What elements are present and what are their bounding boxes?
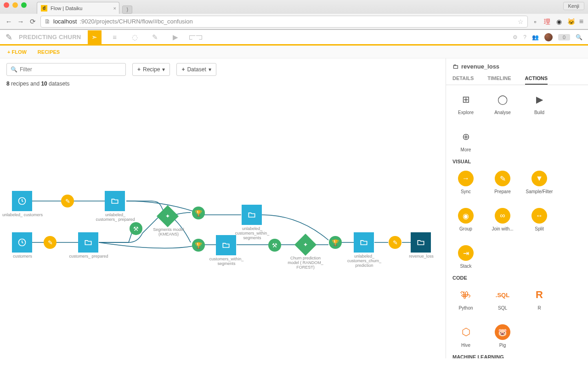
extension-icon-3[interactable]: ◉	[555, 18, 563, 25]
new-tab-button[interactable]: ⟩	[122, 6, 132, 14]
recipe-group[interactable]: ◉Group	[454, 208, 477, 231]
nav-reload-icon[interactable]: ⟳	[28, 17, 37, 26]
recipe-split[interactable]: ↔Split	[528, 208, 551, 231]
sql-icon: .SQL	[495, 287, 510, 303]
dataset-unlabeled-customers[interactable]	[12, 191, 32, 211]
tab-timeline[interactable]: TIMELINE	[487, 73, 511, 85]
subnav-flow[interactable]: + FLOW	[7, 49, 27, 55]
dataset-unlabeled-prepared[interactable]	[105, 191, 125, 211]
app-header: ✎ PREDICTING CHURN ➣ ≡ ◌ ✎ ▶ ⫍⫎ ⚙ ? 👥 0 …	[0, 30, 588, 46]
nav-dashboards-icon[interactable]: ⫍⫎	[189, 30, 203, 44]
browser-chrome: Kenji d Flow | Dataiku × ⟩ ← → ⟳ 🗎 local…	[0, 0, 588, 30]
recipe-score-2[interactable]: 🏆	[192, 239, 205, 252]
nav-forward-icon[interactable]: →	[17, 17, 25, 25]
dataset-customers[interactable]	[12, 232, 32, 253]
tab-close-icon[interactable]: ×	[113, 6, 116, 11]
recipe-stack[interactable]: ⇥Stack	[454, 245, 477, 269]
extension-icon-4[interactable]: 🐱	[567, 18, 575, 25]
arrow-right-icon: →	[458, 171, 474, 186]
recipe-prepare-1[interactable]: ✎	[61, 195, 74, 207]
settings-gear-icon[interactable]: ⚙	[513, 34, 518, 40]
nav-back-icon[interactable]: ←	[5, 17, 13, 25]
tab-actions[interactable]: ACTIONS	[525, 73, 548, 85]
help-icon[interactable]: ?	[523, 34, 526, 40]
dataset-label: unlabeled_ customers_within_ segments	[232, 227, 273, 241]
nav-jobs-icon[interactable]: ▶	[169, 30, 182, 44]
action-more[interactable]: ⊕More	[454, 129, 477, 152]
address-bar[interactable]: 🗎 localhost:9020/projects/CHURN/flow/#bc…	[40, 16, 528, 28]
recipe-sql[interactable]: .SQLSQL	[491, 287, 514, 310]
search-icon[interactable]: 🔍	[576, 34, 582, 40]
folder-icon: 🗀	[452, 63, 458, 70]
tab-details[interactable]: DETAILS	[452, 73, 474, 85]
recipe-join[interactable]: ∞Join with...	[491, 208, 514, 231]
grid-icon: ⊞	[458, 92, 474, 107]
nav-notebooks-icon[interactable]: ✎	[148, 30, 162, 44]
dataset-customers-prepared[interactable]	[78, 232, 98, 253]
model-label: Segments model (KMEANS)	[148, 228, 189, 237]
url-host: localhost	[53, 18, 77, 25]
recipe-prepare[interactable]: ✎Prepare	[491, 171, 514, 194]
user-avatar[interactable]	[544, 33, 553, 41]
recipe-score-1[interactable]: 🏆	[192, 207, 205, 219]
recipe-prepare-2[interactable]: ✎	[44, 236, 57, 249]
dataset-within-segments[interactable]	[216, 235, 236, 255]
funnel-icon: ▼	[531, 171, 547, 186]
pig-icon: 🐷	[495, 324, 510, 340]
recipe-r[interactable]: RR	[528, 287, 551, 310]
dataset-label: revenue_loss	[401, 254, 442, 259]
recipe-hive[interactable]: ⬡Hive	[454, 324, 477, 348]
plus-circle-icon: ⊕	[458, 129, 474, 144]
nav-flow-icon[interactable]: ➣	[88, 30, 102, 44]
bookmark-star-icon[interactable]: ☆	[518, 18, 524, 25]
recipe-sample[interactable]: ▼Sample/Filter	[528, 171, 551, 194]
recipe-score-3[interactable]: 🏆	[329, 236, 342, 249]
recipe-pig[interactable]: 🐷Pig	[491, 324, 514, 348]
tab-title: Flow | Dataiku	[51, 6, 83, 11]
browser-tab-active[interactable]: d Flow | Dataiku ×	[37, 2, 119, 14]
python-icon: ⅌	[458, 287, 474, 303]
users-icon[interactable]: 👥	[532, 34, 539, 40]
hive-icon: ⬡	[458, 324, 474, 340]
dataset-revenue-loss[interactable]	[411, 232, 431, 253]
sub-header: + FLOW RECIPES	[0, 46, 588, 58]
dataset-label: customers_ prepared	[68, 254, 109, 259]
project-name[interactable]: PREDICTING CHURN	[19, 34, 81, 40]
dataiku-logo-icon[interactable]: ✎	[6, 32, 12, 42]
url-path: :9020/projects/CHURN/flow/#bc_confusion	[79, 18, 192, 25]
section-code: CODE	[446, 273, 588, 281]
r-icon: R	[531, 287, 547, 303]
recipe-train-2[interactable]: ⚒	[268, 239, 281, 252]
dataset-churn-prediction[interactable]	[354, 232, 374, 253]
analyse-icon: ◯	[495, 92, 510, 107]
panel-title: 🗀 revenue_loss	[446, 58, 588, 73]
nav-datasets-icon[interactable]: ≡	[108, 30, 122, 44]
action-build[interactable]: ▶Build	[528, 92, 551, 115]
dataset-label: unlabeled_ customers	[2, 213, 43, 218]
dataset-label: unlabeled_ customers_churn_ prediction	[344, 254, 385, 268]
stack-icon: ⇥	[458, 245, 474, 261]
action-analyse[interactable]: ◯Analyse	[491, 92, 514, 115]
right-panel: 🗀 revenue_loss DETAILS TIMELINE ACTIONS …	[446, 58, 588, 358]
notification-badge[interactable]: 0	[558, 34, 570, 40]
recipe-train-1[interactable]: ⚒	[130, 222, 142, 235]
dataset-unlabeled-within-segments[interactable]	[242, 205, 262, 225]
recipe-sync[interactable]: →Sync	[454, 171, 477, 194]
nav-recipes-icon[interactable]: ◌	[128, 30, 142, 44]
recipe-prepare-3[interactable]: ✎	[389, 236, 401, 249]
action-explore[interactable]: ⊞Explore	[454, 92, 477, 115]
dataset-label: customers	[2, 254, 43, 259]
subnav-recipes[interactable]: RECIPES	[38, 49, 60, 55]
page-icon: 🗎	[45, 18, 51, 25]
section-visual: VISUAL	[446, 157, 588, 164]
flow-canvas[interactable]: 🔍 +Recipe▾ +Dataset▾ 8 recipes and 10 da…	[0, 58, 446, 358]
broom-icon: ✎	[495, 171, 510, 186]
recipe-python[interactable]: ⅌Python	[454, 287, 477, 310]
browser-menu-icon[interactable]: ≡	[579, 17, 583, 26]
extension-icon-1[interactable]: ▫	[531, 18, 539, 25]
play-icon: ▶	[531, 92, 547, 107]
split-icon: ↔	[531, 208, 547, 224]
model-label: Churn prediction model ( RANDOM_ FOREST)	[285, 256, 326, 270]
extension-icon-2[interactable]: 理	[543, 18, 551, 25]
dataset-label: customers_within_ segments	[206, 257, 247, 266]
